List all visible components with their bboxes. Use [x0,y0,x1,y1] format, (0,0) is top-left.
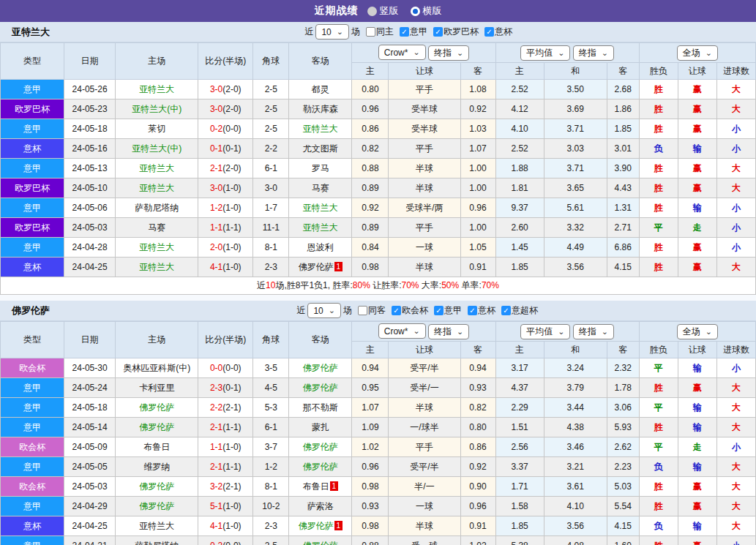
home-team-link[interactable]: 布鲁日 [143,442,170,452]
league-checkbox-icon[interactable]: ✓ [468,306,477,315]
away-team-link[interactable]: 恩波利 [307,242,334,252]
checkbox-league-2[interactable]: ✓欧罗巴杯 [430,26,479,38]
away-team-link[interactable]: 都灵 [312,84,329,94]
away-team-link[interactable]: 勒沃库森 [303,104,338,114]
home-team-link[interactable]: 亚特兰大(中) [132,104,181,114]
home-team-cell: 卡利亚里 [116,378,198,398]
league-checkbox-icon[interactable]: ✓ [501,306,511,315]
home-team-link[interactable]: 亚特兰大 [139,242,174,252]
radio-unselected-icon [367,7,377,16]
handicap-source-select[interactable]: Crow*⌄ [378,323,426,339]
away-team-link[interactable]: 亚特兰大 [303,124,338,134]
home-team-link[interactable]: 亚特兰大 [139,262,174,272]
corner-cell: 2-2 [253,139,289,159]
match-row: 欧罗巴杯24-05-10亚特兰大3-0(1-0)3-0马赛0.89半球1.001… [1,178,756,198]
checkbox-league-3[interactable]: ✓意杯 [464,304,495,317]
euro-source-select[interactable]: 平均值⌄ [520,324,570,339]
home-team-link[interactable]: 卡利亚里 [139,383,174,393]
handicap-terminal-select[interactable]: 终指⌄ [428,45,469,61]
view-mode-radio-vertical[interactable]: 竖版 [367,4,399,18]
scope-select[interactable]: 全场⌄ [677,324,718,339]
euro-source-select[interactable]: 平均值⌄ [520,45,570,61]
checkbox-same-venue[interactable]: 同主 [362,26,394,38]
result-cell: 胜 [639,497,678,516]
checkbox-league-4[interactable]: ✓意超杯 [498,304,538,317]
checkbox-same-venue[interactable]: 同客 [354,304,386,317]
handicap-away-odds: 0.96 [460,497,495,516]
home-team-link[interactable]: 亚特兰大(中) [132,143,181,154]
away-team-link[interactable]: 萨索洛 [307,501,334,511]
checkbox-league-1[interactable]: ✓意甲 [396,26,427,38]
home-team-link[interactable]: 莱切 [148,124,165,134]
home-team-cell: 马赛 [116,218,198,238]
match-count-select[interactable]: 10⌄ [307,303,341,318]
home-team-link[interactable]: 佛罗伦萨 [139,481,174,492]
home-team-link[interactable]: 亚特兰大 [139,84,174,94]
away-team-link[interactable]: 佛罗伦萨 [299,521,334,531]
same-venue-checkbox-icon[interactable] [358,306,367,315]
league-checkbox-icon[interactable]: ✓ [434,306,444,315]
euro-draw-odds: 4.10 [544,497,607,516]
result-cell: 胜 [639,378,678,398]
checkbox-league-3[interactable]: ✓意杯 [481,26,512,38]
column-header: 客场 [289,322,352,358]
team-name: 亚特兰大 [12,26,50,39]
handicap-away-odds: 0.91 [460,516,495,536]
home-team-link[interactable]: 佛罗伦萨 [139,501,174,511]
score-cell: 2-3(0-1) [198,378,253,398]
league-checkbox-icon[interactable]: ✓ [400,27,409,37]
away-team-link[interactable]: 佛罗伦萨 [303,383,338,393]
match-type-cell: 意甲 [1,497,64,516]
euro-home-odds: 4.37 [495,378,544,398]
match-type-cell: 欧罗巴杯 [1,99,64,119]
handicap-source-select[interactable]: Crow*⌄ [378,45,426,60]
near-label: 近 [304,26,313,38]
away-team-link[interactable]: 尤文图斯 [303,143,338,154]
euro-terminal-select[interactable]: 终指⌄ [573,324,614,339]
away-team-link[interactable]: 佛罗伦萨 [299,262,334,272]
handicap-terminal-select[interactable]: 终指⌄ [428,324,469,339]
home-team-link[interactable]: 萨勒尼塔纳 [135,203,179,213]
away-team-link[interactable]: 亚特兰大 [303,222,338,233]
league-checkbox-icon[interactable]: ✓ [433,27,443,37]
euro-terminal-select[interactable]: 终指⌄ [573,45,614,61]
home-team-link[interactable]: 亚特兰大 [139,163,174,173]
checkbox-league-2[interactable]: ✓意甲 [430,304,462,317]
league-checkbox-icon[interactable]: ✓ [484,27,494,37]
match-count-select[interactable]: 10⌄ [315,24,349,40]
away-team-link[interactable]: 佛罗伦萨 [303,442,338,452]
same-venue-checkbox-icon[interactable] [366,27,375,37]
result-cell: 胜 [639,99,678,119]
away-team-link[interactable]: 亚特兰大 [303,203,338,213]
home-team-link[interactable]: 马赛 [148,222,165,233]
scope-select[interactable]: 全场⌄ [677,45,718,61]
home-team-link[interactable]: 维罗纳 [143,462,170,472]
column-subheader: 让球 [678,63,716,80]
home-team-link[interactable]: 亚特兰大 [139,183,174,193]
away-team-cell: 蒙扎 [289,418,352,437]
away-team-link[interactable]: 佛罗伦萨 [303,541,338,545]
fulltime-score: 2-2 [210,402,222,413]
home-team-link[interactable]: 佛罗伦萨 [139,422,174,432]
match-type-cell: 意杯 [1,516,64,536]
away-team-link[interactable]: 那不勒斯 [303,402,338,413]
away-team-link[interactable]: 布鲁日 [303,481,329,492]
handicap-away-odds: 0.92 [460,457,495,477]
handicap-terminal-select-value: 终指 [434,47,452,59]
away-team-link[interactable]: 罗马 [312,163,329,173]
home-team-link[interactable]: 亚特兰大 [139,521,174,531]
chevron-down-icon: ⌄ [558,328,564,336]
column-subheader: 主 [495,342,544,358]
away-team-link[interactable]: 马赛 [312,183,329,193]
home-team-link[interactable]: 萨勒尼塔纳 [135,541,179,545]
goals-result-cell: 大 [716,159,755,178]
home-team-link[interactable]: 佛罗伦萨 [139,402,174,413]
home-team-link[interactable]: 奥林匹亚科斯(中) [123,363,190,373]
checkbox-league-1[interactable]: ✓欧会杯 [388,304,428,317]
away-team-link[interactable]: 蒙扎 [312,422,329,432]
view-mode-radio-horizontal[interactable]: 横版 [411,4,442,18]
league-checkbox-icon[interactable]: ✓ [392,306,401,315]
euro-draw-odds: 4.38 [544,418,607,437]
away-team-link[interactable]: 佛罗伦萨 [303,363,338,373]
away-team-link[interactable]: 佛罗伦萨 [303,462,338,472]
